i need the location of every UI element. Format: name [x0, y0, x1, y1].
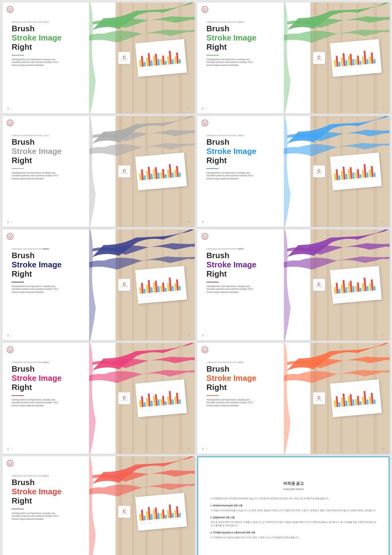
download-icon: ⬇ — [7, 220, 9, 224]
title-divider — [206, 282, 219, 282]
title-divider — [12, 395, 24, 396]
chart-paper: —————— — [330, 379, 382, 417]
bottom-icons: ⬇ ↑ — [202, 334, 207, 337]
small-text: Letterpress next level trust fund, befor… — [206, 361, 290, 363]
body-text: Hashtag fashion axe fingerstache, everyd… — [12, 512, 73, 521]
slide-logo — [202, 120, 208, 126]
title-divider — [206, 395, 219, 396]
copyright-section-text: 이 파일은 유무료로 배포될 수 있습니다. 단, 배포 시에도 동일한 저작권… — [210, 509, 376, 512]
page-number: ① — [381, 106, 385, 110]
slide-logo — [202, 6, 208, 13]
page-number: ⑧ — [186, 446, 190, 451]
slide-4: Letterpress next level trust fund, befor… — [197, 116, 390, 227]
image-area: —————— C BEST ITEM — [89, 2, 195, 113]
title-right: Right — [12, 156, 95, 165]
bottom-icons: ⬇ ↑ — [7, 447, 13, 451]
title-brush: Brush — [206, 251, 290, 260]
copyright-title: 저작권 공고 — [283, 481, 304, 486]
slide-6: Letterpress next level trust fund, befor… — [197, 229, 390, 340]
copyright-section: 3. 저작권(Copyright) & 사용(Use)에 관한 사항이 프레젠테… — [210, 531, 376, 539]
slide-8: Letterpress next level trust fund, befor… — [197, 343, 390, 454]
chart-paper: —————— — [135, 493, 187, 531]
title-stroke: Stroke Image — [12, 374, 95, 383]
slide-logo — [7, 460, 13, 467]
copyright-section-text: 이 프레젠테이션 파일에 사용된 모든 이미지, 폰트, 그래픽 요소는 저작권… — [210, 536, 376, 539]
small-text: Letterpress next level trust fund, befor… — [12, 248, 95, 250]
chart-paper: —————— — [135, 266, 187, 304]
body-text: Hashtag fashion axe fingerstache, everyd… — [206, 285, 268, 294]
svg-point-28 — [7, 233, 13, 239]
copyright-section-text: 개인 및 상업적 목적으로 편집하여 사용할 수 있습니다. 단, 제작자의 허… — [210, 520, 376, 527]
slide-logo — [202, 346, 208, 353]
copyright-subtitle: Copyright Notice — [283, 488, 304, 491]
image-area: —————— C BEST ITEM — [284, 343, 390, 454]
title-brush: Brush — [206, 138, 290, 147]
download-icon: ⬇ — [7, 334, 9, 337]
slide-1: Letterpress next level trust fund, befor… — [2, 2, 195, 113]
slide-5: Letterpress next level trust fund, befor… — [2, 229, 195, 340]
small-text: Letterpress next level trust fund, befor… — [12, 134, 95, 136]
page-number: ① — [381, 220, 385, 224]
bottom-icons: ⬇ ↑ — [202, 107, 207, 110]
small-text: Letterpress next level trust fund, befor… — [206, 21, 290, 23]
title-right: Right — [206, 43, 290, 52]
title-stroke: Stroke Image — [206, 374, 290, 383]
download-icon: ⬇ — [202, 107, 204, 110]
share-icon: ↑ — [11, 447, 13, 451]
image-area: —————— C BEST ITEM — [89, 456, 195, 555]
download-icon: ⬇ — [202, 447, 204, 451]
small-text: Letterpress next level trust fund, befor… — [206, 248, 290, 250]
slide-3: Letterpress next level trust fund, befor… — [2, 116, 195, 227]
small-text: Letterpress next level trust fund, befor… — [12, 475, 95, 477]
page-number: ⑨ — [381, 446, 385, 451]
copyright-section: 이 프레젠테이션의 저작권은 제작자에게 있습니다. 저작권자의 허락없이 무단… — [210, 497, 376, 500]
title-divider — [206, 55, 219, 56]
body-text: Hashtag fashion axe fingerstache, everyd… — [206, 171, 268, 180]
small-text: Letterpress next level trust fund, befor… — [12, 361, 95, 363]
copyright-section: 2. 편집(Edit)에 대한 사항개인 및 상업적 목적으로 편집하여 사용할… — [210, 516, 376, 527]
bottom-icons: ⬇ ↑ — [202, 220, 207, 224]
bottom-icons: ⬇ ↑ — [202, 447, 207, 451]
title-right: Right — [206, 270, 290, 279]
title-divider — [12, 282, 24, 282]
body-text: Hashtag fashion axe fingerstache, everyd… — [12, 171, 73, 180]
slide-grid: Letterpress next level trust fund, befor… — [0, 0, 392, 555]
title-brush: Brush — [12, 478, 95, 487]
title-stroke: Stroke Image — [12, 487, 95, 496]
bottom-icons: ⬇ ↑ — [7, 334, 13, 337]
title-stroke: Stroke Image — [206, 147, 290, 156]
svg-point-42 — [7, 347, 13, 353]
svg-point-21 — [202, 120, 208, 126]
slide-logo — [7, 346, 13, 353]
copyright-section: 1. 배포(Distributing)에 대한 사항이 파일은 유무료로 배포될… — [210, 504, 376, 512]
title-divider — [206, 168, 219, 169]
title-right: Right — [12, 383, 95, 392]
title-brush: Brush — [206, 24, 290, 33]
title-brush: Brush — [12, 251, 95, 260]
slide-2: Letterpress next level trust fund, befor… — [197, 2, 390, 113]
chart-paper: —————— — [330, 266, 382, 304]
chart-paper: —————— — [135, 379, 187, 417]
page-number: ⑥ — [186, 333, 190, 337]
download-icon: ⬇ — [202, 220, 204, 224]
bottom-icons: ⬇ ↑ — [7, 220, 13, 224]
copyright-section-title: 3. 저작권(Copyright) & 사용(Use)에 관한 사항 — [210, 531, 376, 535]
title-stroke: Stroke Image — [206, 33, 290, 43]
slide-logo — [202, 233, 208, 240]
page-number: 7 — [186, 106, 190, 110]
body-text: Hashtag fashion axe fingerstache, everyd… — [12, 58, 73, 67]
share-icon: ↑ — [206, 220, 207, 224]
image-area: —————— C BEST ITEM — [89, 229, 195, 340]
share-icon: ↑ — [206, 107, 207, 110]
svg-point-7 — [202, 6, 208, 13]
image-area: —————— C BEST ITEM — [89, 343, 195, 454]
title-stroke: Stroke Image — [12, 33, 95, 43]
page-number: ④ — [186, 220, 190, 224]
svg-point-56 — [7, 460, 13, 466]
slide-logo — [7, 120, 13, 126]
chart-paper: —————— — [330, 152, 382, 190]
copyright-section-text: 이 프레젠테이션의 저작권은 제작자에게 있습니다. 저작권자의 허락없이 무단… — [210, 497, 376, 500]
title-brush: Brush — [12, 138, 95, 147]
copyright-section-title: 2. 편집(Edit)에 대한 사항 — [210, 516, 376, 520]
share-icon: ↑ — [11, 220, 13, 224]
